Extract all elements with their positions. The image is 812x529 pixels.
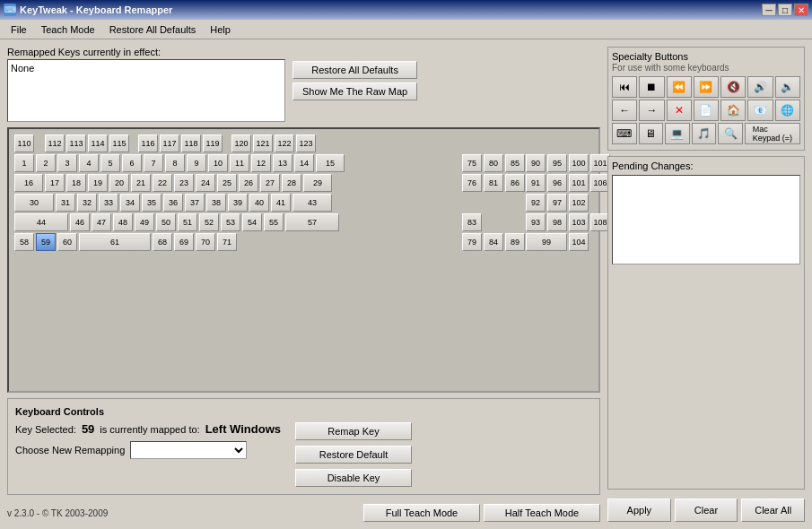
key-54[interactable]: 54 bbox=[242, 213, 262, 231]
menu-restore-all-defaults[interactable]: Restore All Defaults bbox=[102, 22, 204, 37]
key-51[interactable]: 51 bbox=[178, 213, 197, 231]
mac-keypad-button[interactable]: MacKeypad (=) bbox=[745, 123, 800, 144]
key-40[interactable]: 40 bbox=[249, 194, 269, 212]
key-49[interactable]: 49 bbox=[135, 213, 154, 231]
key-89[interactable]: 89 bbox=[505, 233, 525, 251]
key-96[interactable]: 96 bbox=[547, 174, 567, 192]
spec-key-fwd[interactable]: ⏩ bbox=[694, 76, 719, 98]
key-18[interactable]: 18 bbox=[66, 174, 86, 192]
key-115[interactable]: 115 bbox=[109, 134, 129, 152]
key-11[interactable]: 11 bbox=[230, 154, 249, 172]
key-97[interactable]: 97 bbox=[547, 194, 567, 212]
spec-key-prev[interactable]: ⏮ bbox=[612, 76, 637, 98]
apply-button[interactable]: Apply bbox=[607, 499, 671, 522]
key-104[interactable]: 104 bbox=[569, 233, 589, 251]
spec-key-voldn[interactable]: 🔉 bbox=[775, 76, 800, 98]
key-58[interactable]: 58 bbox=[14, 233, 34, 251]
key-50[interactable]: 50 bbox=[156, 213, 176, 231]
key-70[interactable]: 70 bbox=[196, 233, 215, 251]
key-48[interactable]: 48 bbox=[113, 213, 133, 231]
key-30[interactable]: 30 bbox=[14, 194, 54, 212]
key-6[interactable]: 6 bbox=[122, 154, 142, 172]
key-25[interactable]: 25 bbox=[217, 174, 237, 192]
clear-all-button[interactable]: Clear All bbox=[741, 499, 805, 522]
close-button[interactable]: ✕ bbox=[794, 4, 808, 16]
key-16[interactable]: 16 bbox=[14, 174, 43, 192]
key-118[interactable]: 118 bbox=[181, 134, 201, 152]
spec-key-x[interactable]: ✕ bbox=[667, 100, 692, 121]
key-31[interactable]: 31 bbox=[56, 194, 75, 212]
key-79[interactable]: 79 bbox=[462, 233, 482, 251]
key-112[interactable]: 112 bbox=[45, 134, 65, 152]
spec-key-home[interactable]: 🏠 bbox=[720, 100, 746, 121]
key-2[interactable]: 2 bbox=[36, 154, 56, 172]
maximize-button[interactable]: □ bbox=[778, 4, 792, 16]
key-36[interactable]: 36 bbox=[163, 194, 183, 212]
spec-key-mute[interactable]: 🔇 bbox=[720, 76, 746, 98]
key-98[interactable]: 98 bbox=[547, 213, 567, 231]
key-91[interactable]: 91 bbox=[526, 174, 546, 192]
spec-key-stop[interactable]: ⏹ bbox=[639, 76, 664, 98]
key-5[interactable]: 5 bbox=[100, 154, 120, 172]
key-83[interactable]: 83 bbox=[462, 213, 482, 231]
key-38[interactable]: 38 bbox=[206, 194, 226, 212]
key-123[interactable]: 123 bbox=[296, 134, 316, 152]
key-120[interactable]: 120 bbox=[231, 134, 251, 152]
key-27[interactable]: 27 bbox=[260, 174, 280, 192]
spec-key-web[interactable]: 🌐 bbox=[775, 100, 800, 121]
key-29[interactable]: 29 bbox=[303, 174, 332, 192]
key-47[interactable]: 47 bbox=[92, 213, 111, 231]
key-4[interactable]: 4 bbox=[79, 154, 99, 172]
spec-key-music[interactable]: 🎵 bbox=[692, 123, 717, 144]
key-102[interactable]: 102 bbox=[569, 194, 589, 212]
key-110[interactable]: 110 bbox=[14, 134, 34, 152]
menu-file[interactable]: File bbox=[4, 22, 34, 37]
key-122[interactable]: 122 bbox=[275, 134, 294, 152]
clear-button[interactable]: Clear bbox=[675, 499, 738, 522]
key-3[interactable]: 3 bbox=[57, 154, 77, 172]
key-41[interactable]: 41 bbox=[271, 194, 291, 212]
spec-key-monitor[interactable]: 🖥 bbox=[639, 123, 664, 144]
key-68[interactable]: 68 bbox=[153, 233, 172, 251]
key-39[interactable]: 39 bbox=[228, 194, 248, 212]
key-114[interactable]: 114 bbox=[88, 134, 108, 152]
key-113[interactable]: 113 bbox=[66, 134, 86, 152]
key-95[interactable]: 95 bbox=[547, 154, 567, 172]
key-14[interactable]: 14 bbox=[294, 154, 314, 172]
key-26[interactable]: 26 bbox=[239, 174, 258, 192]
show-raw-map-button[interactable]: Show Me The Raw Map bbox=[292, 82, 417, 100]
key-59[interactable]: 59 bbox=[36, 233, 56, 251]
key-57[interactable]: 57 bbox=[285, 213, 339, 231]
key-60[interactable]: 60 bbox=[57, 233, 77, 251]
key-35[interactable]: 35 bbox=[142, 194, 162, 212]
key-86[interactable]: 86 bbox=[505, 174, 525, 192]
key-99[interactable]: 99 bbox=[526, 233, 567, 251]
key-24[interactable]: 24 bbox=[196, 174, 215, 192]
key-100[interactable]: 100 bbox=[569, 154, 589, 172]
key-20[interactable]: 20 bbox=[109, 174, 129, 192]
key-43[interactable]: 43 bbox=[292, 194, 332, 212]
key-75[interactable]: 75 bbox=[462, 154, 482, 172]
key-33[interactable]: 33 bbox=[99, 194, 118, 212]
spec-key-search[interactable]: 🔍 bbox=[718, 123, 743, 144]
restore-default-button[interactable]: Restore Default bbox=[295, 446, 412, 464]
key-10[interactable]: 10 bbox=[208, 154, 228, 172]
spec-key-doc[interactable]: 📄 bbox=[694, 100, 719, 121]
key-93[interactable]: 93 bbox=[526, 213, 546, 231]
key-1[interactable]: 1 bbox=[14, 154, 34, 172]
key-21[interactable]: 21 bbox=[131, 174, 151, 192]
key-17[interactable]: 17 bbox=[45, 174, 65, 192]
key-84[interactable]: 84 bbox=[484, 233, 503, 251]
remap-dropdown[interactable] bbox=[130, 441, 247, 459]
key-81[interactable]: 81 bbox=[484, 174, 503, 192]
spec-key-right[interactable]: → bbox=[639, 100, 664, 121]
key-44[interactable]: 44 bbox=[14, 213, 68, 231]
key-117[interactable]: 117 bbox=[160, 134, 179, 152]
minimize-button[interactable]: ─ bbox=[762, 4, 776, 16]
key-101b[interactable]: 101 bbox=[569, 174, 589, 192]
key-76[interactable]: 76 bbox=[462, 174, 482, 192]
key-103[interactable]: 103 bbox=[569, 213, 589, 231]
restore-all-defaults-button[interactable]: Restore All Defaults bbox=[292, 61, 417, 79]
key-61[interactable]: 61 bbox=[79, 233, 151, 251]
key-69[interactable]: 69 bbox=[174, 233, 194, 251]
